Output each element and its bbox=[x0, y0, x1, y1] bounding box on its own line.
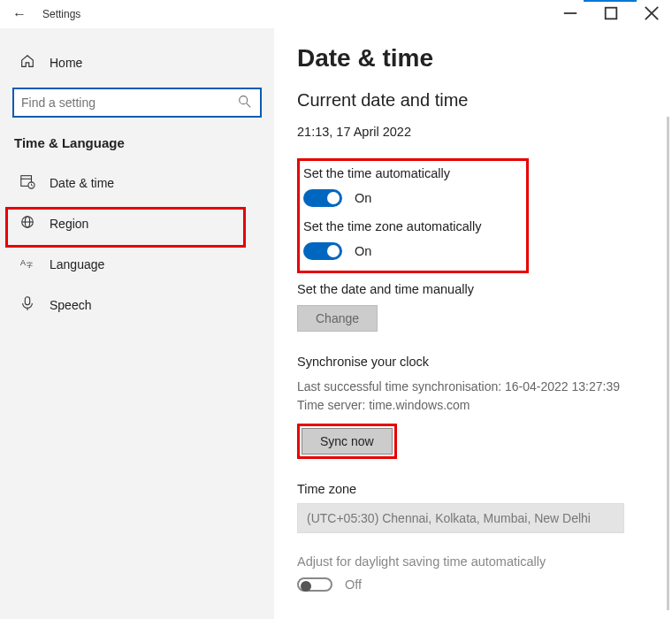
sidebar-item-region[interactable]: Region bbox=[0, 203, 274, 244]
sidebar-home[interactable]: Home bbox=[0, 44, 274, 80]
timezone-label: Time zone bbox=[297, 482, 661, 496]
svg-point-4 bbox=[240, 96, 248, 103]
svg-text:A: A bbox=[20, 258, 26, 267]
sync-last-success: Last successful time synchronisation: 16… bbox=[297, 378, 661, 396]
daylight-state: Off bbox=[345, 577, 362, 592]
highlight-box-sync: Sync now bbox=[297, 424, 397, 459]
sidebar: Home Time & Language Date & time bbox=[0, 28, 274, 619]
sync-server: Time server: time.windows.com bbox=[297, 396, 661, 415]
sidebar-item-label: Date & time bbox=[50, 176, 114, 190]
sidebar-category-title: Time & Language bbox=[0, 134, 274, 163]
page-title: Date & time bbox=[297, 44, 661, 73]
auto-time-label: Set the time automatically bbox=[303, 166, 517, 180]
sidebar-item-language[interactable]: A字 Language bbox=[0, 244, 274, 285]
sidebar-item-date-time[interactable]: Date & time bbox=[0, 163, 274, 203]
sidebar-item-label: Speech bbox=[50, 298, 91, 312]
microphone-icon bbox=[19, 295, 35, 315]
auto-tz-label: Set the time zone automatically bbox=[303, 219, 517, 233]
manual-label: Set the date and time manually bbox=[297, 282, 661, 296]
highlight-box-toggles: Set the time automatically On Set the ti… bbox=[297, 158, 529, 273]
svg-text:字: 字 bbox=[27, 261, 33, 269]
close-button[interactable] bbox=[631, 0, 672, 27]
sync-heading: Synchronise your clock bbox=[297, 355, 661, 369]
timezone-value: (UTC+05:30) Chennai, Kolkata, Mumbai, Ne… bbox=[307, 511, 591, 525]
language-icon: A字 bbox=[19, 255, 35, 274]
home-icon bbox=[19, 53, 35, 72]
auto-tz-state: On bbox=[355, 244, 371, 258]
sidebar-item-speech[interactable]: Speech bbox=[0, 285, 274, 325]
sidebar-item-label: Language bbox=[50, 257, 104, 271]
svg-rect-16 bbox=[25, 297, 29, 305]
current-datetime-value: 21:13, 17 April 2022 bbox=[297, 125, 661, 139]
auto-time-toggle[interactable] bbox=[303, 189, 342, 207]
timezone-select: (UTC+05:30) Chennai, Kolkata, Mumbai, Ne… bbox=[297, 503, 624, 533]
sidebar-home-label: Home bbox=[50, 56, 82, 70]
auto-time-state: On bbox=[355, 191, 371, 205]
search-field[interactable] bbox=[21, 96, 237, 110]
search-input[interactable] bbox=[12, 88, 262, 118]
scrollbar[interactable] bbox=[667, 117, 669, 610]
calendar-clock-icon bbox=[19, 173, 35, 193]
main-panel: Date & time Current date and time 21:13,… bbox=[274, 28, 672, 619]
window-title: Settings bbox=[42, 8, 80, 20]
search-icon bbox=[237, 94, 253, 112]
svg-line-5 bbox=[247, 103, 251, 107]
daylight-label: Adjust for daylight saving time automati… bbox=[297, 554, 661, 569]
sidebar-item-label: Region bbox=[50, 217, 88, 231]
svg-rect-1 bbox=[606, 8, 617, 19]
globe-icon bbox=[19, 214, 35, 233]
titlebar: ← Settings bbox=[0, 0, 672, 28]
section-current-datetime: Current date and time bbox=[297, 90, 661, 111]
auto-tz-toggle[interactable] bbox=[303, 242, 342, 260]
change-button: Change bbox=[297, 305, 378, 332]
maximize-button[interactable] bbox=[591, 0, 631, 27]
sync-now-button[interactable]: Sync now bbox=[302, 428, 393, 455]
daylight-toggle bbox=[297, 577, 332, 592]
back-icon[interactable]: ← bbox=[12, 6, 27, 22]
minimize-button[interactable] bbox=[550, 0, 591, 27]
